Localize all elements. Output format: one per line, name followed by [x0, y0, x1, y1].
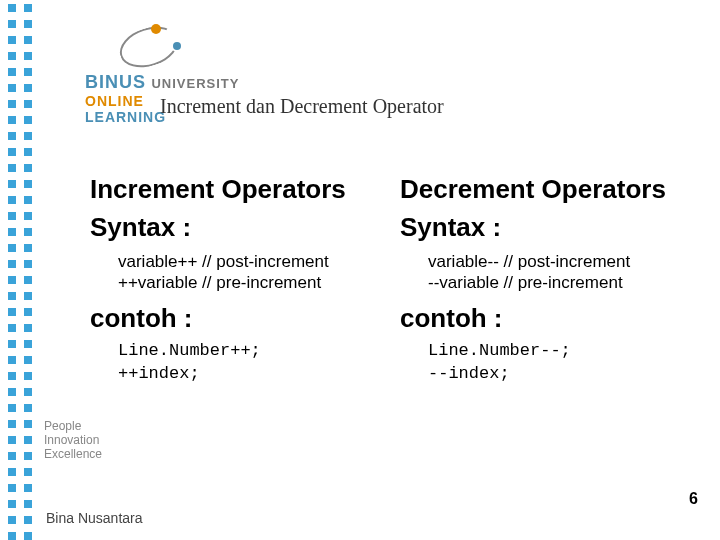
- page-number: 6: [689, 490, 698, 508]
- footer-text: Bina Nusantara: [46, 510, 143, 526]
- increment-example-2: ++index;: [118, 364, 200, 383]
- content-area: Increment Operators Syntax : variable++ …: [90, 175, 690, 386]
- tagline: People Innovation Excellence: [44, 420, 102, 461]
- decrement-example-label: contoh :: [400, 303, 690, 334]
- logo-name-bold: BINUS: [85, 72, 146, 92]
- tagline-innovation: Innovation: [44, 434, 102, 448]
- column-increment: Increment Operators Syntax : variable++ …: [90, 175, 380, 386]
- decrement-heading: Decrement Operators: [400, 175, 690, 205]
- decrement-syntax-pre: --variable // pre-increment: [428, 272, 690, 293]
- decorative-strip: [0, 0, 36, 540]
- increment-heading: Increment Operators: [90, 175, 380, 205]
- decrement-syntax-label: Syntax :: [400, 213, 690, 243]
- increment-syntax-label: Syntax :: [90, 213, 380, 243]
- logo-name-rest: UNIVERSITY: [151, 76, 239, 91]
- increment-syntax-pre: ++variable // pre-increment: [118, 272, 380, 293]
- increment-example-label: contoh :: [90, 303, 380, 334]
- increment-syntax-post: variable++ // post-increment: [118, 251, 380, 272]
- decrement-example-1: Line.Number--;: [428, 341, 571, 360]
- increment-example-1: Line.Number++;: [118, 341, 261, 360]
- decrement-syntax-post: variable-- // post-increment: [428, 251, 690, 272]
- tagline-people: People: [44, 420, 102, 434]
- column-decrement: Decrement Operators Syntax : variable-- …: [400, 175, 690, 386]
- slide-title: Increment dan Decrement Operator: [160, 95, 444, 118]
- logo-swoosh-icon: [115, 20, 185, 70]
- tagline-excellence: Excellence: [44, 448, 102, 462]
- decrement-example-2: --index;: [428, 364, 510, 383]
